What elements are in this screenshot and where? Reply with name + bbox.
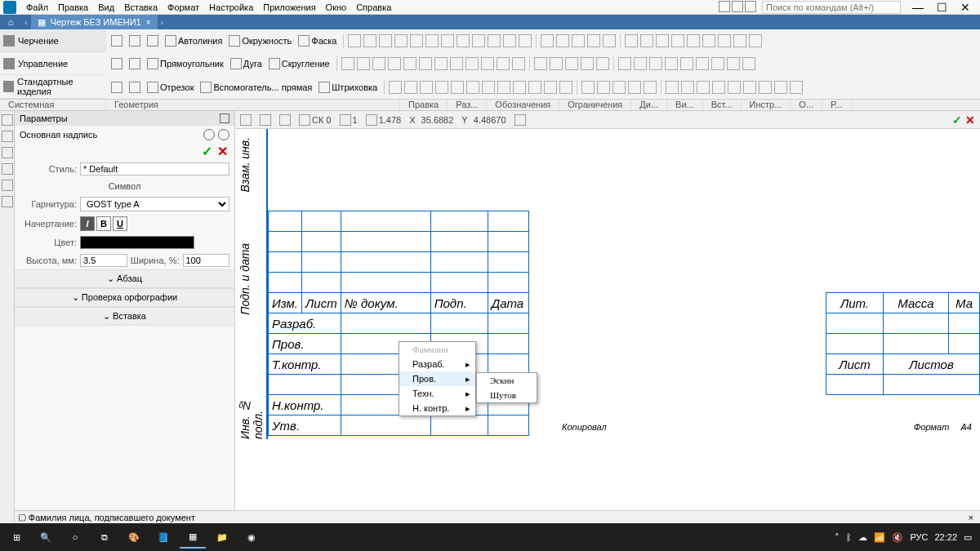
tab-close-icon[interactable]: × (146, 18, 151, 27)
menu-format[interactable]: Формат (163, 2, 204, 12)
notifications-icon[interactable]: ▭ (964, 532, 972, 543)
menu-item[interactable]: Техн.▸ (399, 386, 475, 401)
explorer-icon[interactable]: 📁 (209, 526, 235, 549)
micro-toolbar-row2[interactable] (335, 56, 755, 71)
menu-view[interactable]: Вид (93, 2, 119, 12)
canvas-ok-icon[interactable]: ✓ (952, 113, 962, 127)
strip-fx-icon[interactable] (2, 163, 13, 175)
drawing-canvas[interactable]: СК 0 1 1.478 X 35.6882 Y 4.48670 ✓✕ Взам… (235, 111, 980, 522)
height-input[interactable] (80, 254, 127, 267)
width-input[interactable] (183, 254, 230, 267)
submenu-item[interactable]: Шутов (477, 388, 537, 402)
app-kompas-icon[interactable]: ▦ (180, 526, 206, 549)
style-input[interactable] (80, 162, 229, 176)
menu-window[interactable]: Окно (321, 2, 352, 12)
status-close-icon[interactable]: × (965, 513, 977, 522)
layout-icons[interactable] (718, 1, 757, 14)
section-insert[interactable]: Вставка (15, 307, 234, 326)
title-block[interactable]: Взам. инв. Подп. и дата Инв. № подл. Изм… (235, 129, 980, 522)
menu-apps[interactable]: Приложения (258, 2, 320, 12)
tool-auxline[interactable]: Вспомогатель... прямая (198, 81, 314, 94)
clock[interactable]: 22:22 (934, 532, 957, 542)
tab-prev-icon[interactable]: ‹ (21, 17, 31, 27)
menu-edit[interactable]: Правка (53, 2, 93, 12)
zoom-icon[interactable] (366, 114, 377, 126)
tool-rect[interactable]: Прямоугольник (145, 57, 225, 70)
redo-icon[interactable] (127, 81, 142, 94)
canvas-cancel-icon[interactable]: ✕ (965, 113, 975, 127)
canvas-tool-icon[interactable] (514, 114, 526, 126)
tree-icon[interactable] (218, 129, 229, 140)
tool-autoline[interactable]: Автолиния (163, 34, 224, 47)
canvas-tool-icon[interactable] (279, 114, 291, 126)
taskview-icon[interactable]: ⧉ (91, 526, 118, 549)
menu-settings[interactable]: Настройка (204, 2, 258, 12)
bluetooth-icon[interactable]: ᛒ (846, 532, 852, 542)
menu-item[interactable]: Разраб.▸ (399, 357, 475, 371)
menu-help[interactable]: Справка (351, 2, 396, 12)
maximize-button[interactable]: ☐ (930, 1, 954, 14)
command-search-input[interactable] (762, 1, 901, 14)
start-button[interactable]: ⊞ (3, 526, 29, 549)
menu-item-hover[interactable]: Пров.▸ (399, 371, 475, 386)
strip-icon[interactable] (2, 114, 13, 126)
micro-toolbar-row3[interactable] (382, 80, 803, 95)
menu-file[interactable]: Файл (21, 2, 53, 12)
submenu-item[interactable]: Эскин (477, 373, 537, 388)
save-file-icon[interactable] (145, 34, 160, 47)
tray-up-icon[interactable]: ˄ (835, 532, 840, 543)
open-file-icon[interactable] (127, 34, 142, 47)
cloud-icon[interactable]: ☁ (858, 532, 867, 543)
tool-fillet[interactable]: Скругление (267, 57, 332, 70)
canvas-tool-icon[interactable] (260, 114, 271, 126)
menu-insert[interactable]: Вставка (119, 2, 163, 12)
ribbon-cat-manage[interactable]: Управление (0, 52, 106, 75)
ribbon-cat-drafting[interactable]: Черчение (0, 29, 106, 52)
cancel-icon[interactable]: ✕ (217, 144, 228, 160)
tool-hatch[interactable]: Штриховка (317, 81, 379, 94)
wifi-icon[interactable]: 📶 (874, 532, 885, 543)
italic-button[interactable]: I (80, 216, 95, 231)
gear-icon[interactable] (220, 113, 229, 123)
section-spellcheck[interactable]: Проверка орфографии (15, 288, 234, 307)
strip-icon[interactable] (2, 131, 13, 142)
print-icon[interactable] (109, 57, 124, 70)
search-icon[interactable]: 🔍 (33, 526, 59, 549)
document-tab[interactable]: ▦ Чертеж БЕЗ ИМЕНИ1 × (31, 15, 158, 29)
volume-icon[interactable]: 🔇 (892, 532, 903, 543)
menu-item[interactable]: Н. контр.▸ (399, 401, 475, 415)
tool-segment[interactable]: Отрезок (145, 81, 195, 94)
home-icon[interactable]: ⌂ (0, 17, 21, 27)
language-indicator[interactable]: РУС (910, 532, 928, 542)
help-icon[interactable] (203, 129, 215, 140)
tool-circle[interactable]: Окружность (227, 34, 293, 47)
ribbon-cat-std[interactable]: Стандартные изделия (0, 75, 106, 99)
preview-icon[interactable] (127, 57, 142, 70)
underline-button[interactable]: U (113, 216, 127, 231)
minimize-button[interactable]: — (906, 1, 930, 14)
strip-icon[interactable] (2, 147, 13, 158)
app-icon[interactable]: ◉ (238, 526, 265, 549)
undo-icon[interactable] (109, 81, 124, 94)
strip-icon[interactable] (2, 180, 13, 191)
context-submenu-names[interactable]: Эскин Шутов (476, 372, 537, 403)
tool-arc[interactable]: Дуга (229, 57, 264, 70)
tool-chamfer[interactable]: Фаска (296, 34, 338, 47)
close-button[interactable]: ✕ (954, 1, 977, 14)
system-tray[interactable]: ˄ ᛒ ☁ 📶 🔇 РУС 22:22 ▭ (830, 532, 977, 543)
font-select[interactable]: GOST type A (80, 197, 229, 211)
color-swatch[interactable] (80, 236, 194, 249)
app-icon[interactable]: 🎨 (121, 526, 147, 549)
tab-next-icon[interactable]: › (158, 17, 167, 27)
left-tool-strip[interactable] (0, 111, 15, 522)
cortana-icon[interactable]: ○ (62, 526, 88, 549)
micro-toolbar-row1[interactable] (341, 33, 762, 48)
apply-icon[interactable]: ✓ (202, 144, 212, 160)
canvas-tool-icon[interactable] (240, 114, 252, 126)
strip-icon[interactable] (2, 196, 13, 207)
app-icon[interactable]: 📘 (150, 526, 176, 549)
new-file-icon[interactable] (109, 34, 124, 47)
section-paragraph[interactable]: Абзац (15, 269, 234, 288)
context-menu-roles[interactable]: Фамилии Разраб.▸ Пров.▸ Техн.▸ Н. контр.… (399, 341, 476, 416)
face-buttons[interactable]: I B U (80, 216, 127, 231)
